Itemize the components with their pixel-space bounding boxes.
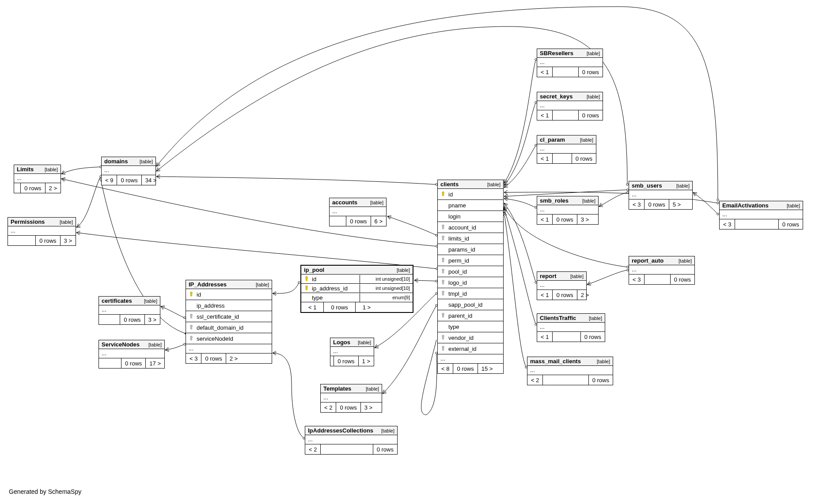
- incoming-count: < 1: [537, 67, 553, 77]
- relationship-edge: [504, 60, 536, 183]
- ellipsis-row: ...: [305, 435, 397, 444]
- outgoing-count: 1 >: [356, 302, 378, 312]
- table-smb_users[interactable]: smb_users [table] ...< 30 rows5 >: [629, 181, 693, 210]
- ellipsis-row: ...: [537, 281, 586, 290]
- table-cl_param[interactable]: cl_param [table] ...< 10 rows: [537, 135, 596, 164]
- table-footer: 0 rows3 >: [99, 314, 160, 324]
- incoming-count: < 3: [629, 275, 645, 284]
- relationship-edge: [414, 280, 436, 281]
- table-mass_mail_clients[interactable]: mass_mail_clients [table] ...< 20 rows: [527, 357, 613, 385]
- table-name: clients: [440, 181, 459, 188]
- row-count: 0 rows: [779, 219, 803, 229]
- relationship-edge: [504, 212, 526, 367]
- table-kind: [table]: [570, 274, 584, 279]
- table-ipaddressescollections[interactable]: IpAddressesCollections [table] ...< 20 r…: [305, 426, 398, 455]
- table-header: EmailActivations [table]: [720, 201, 803, 210]
- incoming-count: < 3: [720, 219, 735, 229]
- relationship-edge: [273, 282, 299, 293]
- table-kind: [table]: [580, 137, 593, 143]
- table-smb_roles[interactable]: smb_roles [table] ...< 10 rows3 >: [537, 196, 599, 225]
- incoming-count: < 2: [305, 444, 321, 454]
- row-count: 0 rows: [589, 375, 613, 385]
- table-name: Permissions: [11, 218, 45, 225]
- relationship-edge: [156, 177, 436, 184]
- table-report_auto[interactable]: report_auto [table] ...< 30 rows: [629, 256, 695, 285]
- table-header: Limits [table]: [14, 165, 61, 174]
- column-row: pool_id: [438, 266, 503, 277]
- column-row: ip_address_id int unsigned[10]: [301, 284, 413, 293]
- relationship-edge: [76, 177, 101, 227]
- foreign-key-icon: [440, 313, 446, 318]
- incoming-count: < 1: [537, 110, 553, 120]
- table-report[interactable]: report [table] ...< 10 rows2 >: [537, 271, 587, 300]
- ellipsis-row: ...: [14, 174, 61, 183]
- table-footer: < 30 rows: [720, 219, 803, 229]
- table-clientstraffic[interactable]: ClientsTraffic [table] ...< 10 rows: [537, 313, 605, 342]
- outgoing-count: 3 >: [61, 236, 76, 245]
- table-kind: [table]: [597, 359, 610, 364]
- footer-spacer: [14, 183, 21, 193]
- table-footer: 0 rows2 >: [14, 183, 61, 193]
- foreign-key-icon: [440, 291, 446, 296]
- footer-spacer: [553, 332, 580, 342]
- table-header: accounts [table]: [330, 198, 386, 207]
- column-name: type: [312, 294, 357, 301]
- table-ip_addresses[interactable]: IP_Addresses [table] id ip_address ssl_c…: [186, 280, 272, 364]
- table-logos[interactable]: Logos [table] ...0 rows1 >: [330, 338, 374, 366]
- table-kind: [table]: [397, 267, 410, 273]
- table-emailactivations[interactable]: EmailActivations [table] ...< 30 rows: [719, 201, 803, 229]
- table-permissions[interactable]: Permissions [table] ...0 rows3 >: [8, 217, 76, 246]
- table-name: Logos: [333, 339, 350, 346]
- table-header: mass_mail_clients [table]: [527, 357, 613, 366]
- table-secret_keys[interactable]: secret_keys [table] ...< 10 rows: [537, 92, 603, 120]
- column-name: perm_id: [448, 257, 501, 264]
- outgoing-count: 2 >: [46, 183, 61, 193]
- table-kind: [table]: [370, 200, 383, 205]
- incoming-count: < 1: [301, 302, 324, 312]
- relationship-edge: [693, 192, 718, 214]
- table-ip_pool[interactable]: ip_pool [table] id int unsigned[10] ip_a…: [300, 265, 413, 313]
- footer-spacer: [321, 444, 373, 454]
- primary-key-icon: [189, 292, 194, 297]
- table-domains[interactable]: domains [table] ...< 90 rows34 >: [101, 157, 156, 185]
- column-row: perm_id: [438, 255, 503, 266]
- table-header: ClientsTraffic [table]: [537, 314, 605, 323]
- table-templates[interactable]: Templates [table] ...< 20 rows3 >: [320, 384, 382, 413]
- foreign-key-icon: [440, 225, 446, 230]
- row-count: 0 rows: [581, 332, 605, 342]
- row-count: 0 rows: [579, 67, 603, 77]
- ellipsis-row: ...: [99, 305, 160, 314]
- table-footer: < 20 rows: [527, 375, 613, 385]
- column-name: serviceNodeId: [197, 335, 269, 342]
- primary-key-icon: [440, 192, 446, 197]
- table-header: IP_Addresses [table]: [186, 280, 272, 289]
- column-name: pool_id: [448, 268, 501, 275]
- table-name: ServiceNodes: [102, 341, 140, 348]
- column-name: type: [448, 323, 501, 330]
- incoming-count: < 1: [537, 332, 553, 342]
- incoming-count: < 3: [186, 354, 201, 363]
- incoming-count: < 8: [438, 364, 453, 373]
- column-name: account_id: [448, 224, 501, 231]
- table-certificates[interactable]: certificates [table] ...0 rows3 >: [99, 296, 160, 325]
- incoming-count: < 9: [102, 175, 117, 185]
- table-footer: < 10 rows2 >: [537, 290, 586, 300]
- foreign-key-icon: [440, 258, 446, 263]
- column-row: serviceNodeId: [186, 333, 272, 344]
- table-name: secret_keys: [540, 93, 573, 100]
- column-row: logo_id: [438, 277, 503, 288]
- column-name: id: [197, 291, 269, 298]
- table-header: IpAddressesCollections [table]: [305, 426, 397, 435]
- column-row: account_id: [438, 222, 503, 233]
- table-header: Logos [table]: [330, 338, 374, 347]
- table-limits[interactable]: Limits [table] ...0 rows2 >: [14, 165, 61, 193]
- column-name: ip_address_id: [312, 285, 357, 292]
- table-sbresellers[interactable]: SBResellers [table] ...< 10 rows: [537, 49, 603, 77]
- footer-spacer: [99, 315, 120, 324]
- table-servicenodes[interactable]: ServiceNodes [table] ...0 rows17 >: [99, 340, 165, 369]
- table-accounts[interactable]: accounts [table] ...0 rows6 >: [329, 198, 387, 226]
- relationship-edge: [156, 7, 718, 200]
- ellipsis-row: ...: [537, 144, 596, 153]
- table-clients[interactable]: clients [table] id pname login account_i…: [437, 180, 504, 374]
- ellipsis-row: ...: [186, 344, 272, 353]
